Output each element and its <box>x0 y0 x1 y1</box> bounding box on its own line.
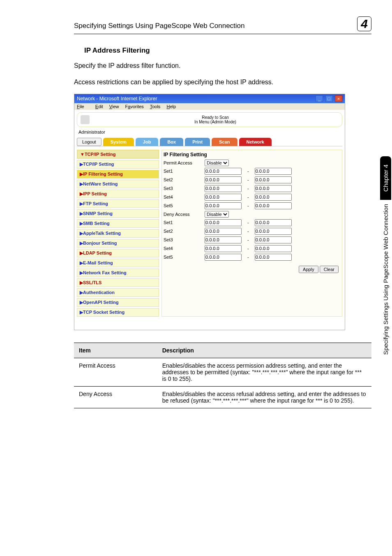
deny-ip-to[interactable] <box>255 245 292 252</box>
sidebar-nav: ▼TCP/IP Setting ▶TCP/IP Setting▶IP Filte… <box>77 150 159 317</box>
permit-ip-to[interactable] <box>255 202 292 209</box>
deny-ip-from[interactable] <box>205 236 242 243</box>
sidebar-item[interactable]: ▶FTP Setting <box>77 199 159 208</box>
sidebar-item[interactable]: ▶IP Filtering Setting <box>77 170 159 178</box>
sidebar-item[interactable]: ▶Authentication <box>77 288 159 297</box>
tab-job[interactable]: Job <box>136 138 159 146</box>
sidebar-item[interactable]: ▶SSL/TLS <box>77 278 159 287</box>
tab-network[interactable]: Network <box>239 138 272 146</box>
sidebar-item[interactable]: ▶E-Mail Setting <box>77 259 159 267</box>
range-dash: - <box>247 169 249 174</box>
range-dash: - <box>247 177 249 182</box>
permit-ip-to[interactable] <box>255 185 292 192</box>
sidebar-item[interactable]: ▶TCP Socket Setting <box>77 308 159 317</box>
table-header-item: Item <box>74 343 157 358</box>
deny-access-label: Deny Access <box>164 212 205 217</box>
menu-edit[interactable]: Edit <box>95 104 103 109</box>
para-1: Specify the IP address filter function. <box>74 61 371 71</box>
form-title: IP Filtering Setting <box>164 152 340 158</box>
deny-ip-to[interactable] <box>255 219 292 226</box>
menu-file[interactable]: File <box>77 104 89 109</box>
range-dash: - <box>247 203 249 208</box>
menu-help[interactable]: Help <box>166 104 176 109</box>
table-cell: Enables/disables the access permission a… <box>157 358 371 386</box>
permit-ip-to[interactable] <box>255 176 292 183</box>
side-tab-title: Specifying Settings Using PageScope Web … <box>380 200 391 363</box>
side-tab: Chapter 4 Specifying Settings Using Page… <box>379 156 392 469</box>
para-2: Access restrictions can be applied by sp… <box>74 77 371 88</box>
tab-system[interactable]: System <box>103 138 134 146</box>
permit-set-label: Set4 <box>164 195 205 199</box>
deny-ip-to[interactable] <box>255 236 292 243</box>
browser-window: Network - Microsoft Internet Explorer _ … <box>74 94 345 330</box>
menu-view[interactable]: View <box>109 104 119 109</box>
title-bar: Network - Microsoft Internet Explorer _ … <box>74 94 345 103</box>
permit-ip-from[interactable] <box>205 185 242 192</box>
permit-ip-from[interactable] <box>205 202 242 209</box>
tab-box[interactable]: Box <box>160 138 183 146</box>
permit-ip-to[interactable] <box>255 194 292 201</box>
minimize-icon[interactable]: _ <box>316 95 323 102</box>
apply-button[interactable] <box>299 266 318 273</box>
table-cell: Enables/disables the access refusal addr… <box>157 386 371 408</box>
menu-tools[interactable]: Tools <box>150 104 161 109</box>
range-dash: - <box>247 186 249 191</box>
logout-button[interactable]: Logout <box>77 138 101 146</box>
maximize-icon[interactable]: □ <box>325 95 333 102</box>
permit-ip-from[interactable] <box>205 176 242 183</box>
printer-icon <box>81 115 90 124</box>
range-dash: - <box>247 246 249 251</box>
permit-access-label: Permit Access <box>164 160 205 165</box>
table-cell: Permit Access <box>74 358 157 386</box>
deny-ip-to[interactable] <box>255 254 292 261</box>
side-tab-chapter: Chapter 4 <box>380 156 391 200</box>
section-heading: IP Address Filtering <box>84 46 371 55</box>
sidebar-item[interactable]: ▶SNMP Setting <box>77 209 159 218</box>
sidebar-item[interactable]: ▶IPP Setting <box>77 190 159 198</box>
deny-access-select[interactable]: Disable <box>205 211 229 218</box>
menu-favorites[interactable]: Favorites <box>125 104 144 109</box>
description-table: Item Description Permit Access Enables/d… <box>74 343 371 408</box>
close-icon[interactable]: × <box>335 95 342 102</box>
status-line-2: In Menu (Admin Mode) <box>92 120 339 124</box>
sidebar-item[interactable]: ▶SMB Setting <box>77 219 159 228</box>
deny-set-label: Set2 <box>164 229 205 234</box>
range-dash: - <box>247 237 249 242</box>
sidebar-item[interactable]: ▶LDAP Setting <box>77 249 159 257</box>
clear-button[interactable] <box>320 266 339 273</box>
deny-ip-from[interactable] <box>205 228 242 235</box>
deny-ip-from[interactable] <box>205 219 242 226</box>
sidebar-item[interactable]: ▶Bonjour Setting <box>77 239 159 248</box>
permit-ip-to[interactable] <box>255 168 292 175</box>
deny-ip-from[interactable] <box>205 245 242 252</box>
running-header: Specifying Settings Using PageScope Web … <box>74 22 357 30</box>
permit-access-select[interactable]: Disable <box>205 160 229 166</box>
range-dash: - <box>247 229 249 234</box>
admin-label: Administrator <box>77 129 342 135</box>
permit-set-label: Set3 <box>164 186 205 191</box>
deny-set-label: Set1 <box>164 220 205 225</box>
deny-ip-from[interactable] <box>205 254 242 261</box>
deny-set-label: Set5 <box>164 255 205 259</box>
deny-set-label: Set3 <box>164 237 205 242</box>
permit-ip-from[interactable] <box>205 168 242 175</box>
window-title: Network - Microsoft Internet Explorer <box>77 96 315 102</box>
sidebar-item[interactable]: ▶TCP/IP Setting <box>77 160 159 169</box>
sidebar-item[interactable]: ▶NetWare Setting <box>77 180 159 188</box>
nav-group-header[interactable]: ▼TCP/IP Setting <box>77 150 159 159</box>
table-header-description: Description <box>157 343 371 358</box>
sidebar-item[interactable]: ▶AppleTalk Setting <box>77 229 159 238</box>
settings-form: IP Filtering Setting Permit Access Disab… <box>161 150 342 317</box>
range-dash: - <box>247 195 249 199</box>
tab-print[interactable]: Print <box>185 138 210 146</box>
permit-ip-from[interactable] <box>205 194 242 201</box>
chapter-number: 4 <box>357 16 371 31</box>
sidebar-item[interactable]: ▶Network Fax Setting <box>77 269 159 277</box>
menu-bar: File Edit View Favorites Tools Help <box>74 103 345 110</box>
sidebar-item[interactable]: ▶OpenAPI Setting <box>77 298 159 307</box>
deny-set-label: Set4 <box>164 246 205 251</box>
tab-scan[interactable]: Scan <box>212 138 237 146</box>
range-dash: - <box>247 220 249 225</box>
deny-ip-to[interactable] <box>255 228 292 235</box>
status-line-1: Ready to Scan <box>92 115 339 120</box>
